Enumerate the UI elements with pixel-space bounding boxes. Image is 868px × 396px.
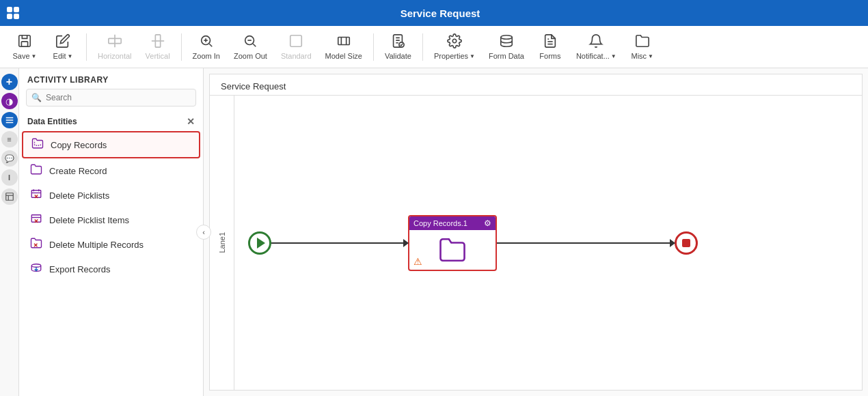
divider-2 [181,33,182,61]
copy-records-icon [31,137,44,152]
export-records-icon [30,261,42,277]
svg-rect-13 [290,36,302,47]
create-record-icon [30,163,42,178]
svg-point-41 [31,264,41,268]
activity-node-header: Copy Records.1 ⚙ [409,216,496,230]
divider-4 [422,33,423,61]
start-node[interactable] [248,231,271,255]
lane: Lane1 Copy Records.1 ⚙ [210,95,862,390]
svg-rect-14 [338,38,349,45]
canvas-label: Service Request [221,81,286,91]
save-button[interactable]: Save ▼ [7,31,42,63]
flow-arrow-2 [497,242,675,244]
collapse-sidebar-button[interactable]: ‹ [196,225,211,240]
lane-label: Lane1 [218,232,226,253]
page-title: Service Request [19,8,861,19]
delete-picklists-icon [30,188,42,203]
sidebar-item-create-record[interactable]: Create Record [22,158,200,183]
save-icon [17,33,32,51]
zoom-out-button[interactable]: Zoom Out [228,31,273,63]
activity-gear-icon[interactable]: ⚙ [484,218,491,228]
toolbar: Save ▼ Edit ▼ Horizontal Verti [0,26,868,68]
warning-badge: ⚠ [413,256,422,267]
svg-point-19 [452,39,457,43]
top-bar: Service Request [0,0,868,26]
list-button[interactable] [1,112,18,128]
sidebar-item-export-records[interactable]: Export Records [22,257,200,281]
validate-button[interactable]: Validate [379,31,417,63]
search-input[interactable] [26,89,196,107]
copy-records-node[interactable]: Copy Records.1 ⚙ ⚠ [408,215,497,271]
activity-node-body: ⚠ [409,230,496,270]
vertical-button[interactable]: Vertical [140,31,176,63]
play-icon [257,238,265,249]
form-data-button[interactable]: Form Data [483,31,530,63]
search-icon: 🔍 [31,93,42,102]
svg-rect-0 [19,36,31,47]
folder-icon [438,236,467,264]
model-size-button[interactable]: Model Size [320,31,368,63]
flow-arrow-1 [271,242,408,244]
zoom-in-button[interactable]: Zoom In [187,31,226,63]
delete-multiple-records-icon [30,237,42,252]
add-button[interactable]: + [1,74,18,90]
divider-3 [373,33,374,61]
sidebar-item-delete-picklists[interactable]: Delete Picklists [22,183,200,208]
canvas-content: Service Request Lane1 Copy [209,74,863,391]
section-header: Data Entities ✕ [19,112,203,131]
divider-1 [86,33,87,61]
svg-rect-26 [5,193,13,201]
sidebar-header: ACTIVITY LIBRARY [19,68,203,89]
sidebar-item-delete-multiple-records[interactable]: Delete Multiple Records [22,232,200,257]
menu-button[interactable]: ≡ [1,131,18,147]
search-container: 🔍 [26,89,196,107]
table-button[interactable] [1,188,18,205]
sidebar-item-delete-picklist-items[interactable]: Delete Picklist Items [22,208,200,232]
text-button[interactable]: I [1,169,18,186]
forms-button[interactable]: Forms [532,31,568,63]
svg-line-7 [209,44,212,46]
delete-picklist-items-icon [30,212,42,227]
notification-button[interactable]: Notificat... ▼ [571,31,622,63]
svg-rect-1 [21,42,27,46]
main-content: + ◑ ≡ 💬 I ACTIVITY LIBRARY 🔍 Data Entiti… [0,68,868,396]
horizontal-button[interactable]: Horizontal [92,31,137,63]
misc-button[interactable]: Misc ▼ [625,31,660,63]
activity-button[interactable]: ◑ [1,93,18,109]
stop-icon [682,239,690,247]
standard-button[interactable]: Standard [275,31,317,63]
sidebar-item-copy-records[interactable]: Copy Records [22,131,200,158]
close-section-button[interactable]: ✕ [187,116,195,127]
svg-line-11 [254,44,256,46]
properties-button[interactable]: Properties ▼ [429,31,480,63]
activity-library-sidebar: ACTIVITY LIBRARY 🔍 Data Entities ✕ Copy … [19,68,204,396]
chat-button[interactable]: 💬 [1,150,18,167]
end-node[interactable] [675,231,698,255]
app-grid-icon[interactable] [7,7,19,19]
left-icon-bar: + ◑ ≡ 💬 I [0,68,19,396]
svg-point-20 [501,36,513,40]
edit-button[interactable]: Edit ▼ [45,31,81,63]
canvas-area[interactable]: Service Request Lane1 Copy [204,68,868,396]
